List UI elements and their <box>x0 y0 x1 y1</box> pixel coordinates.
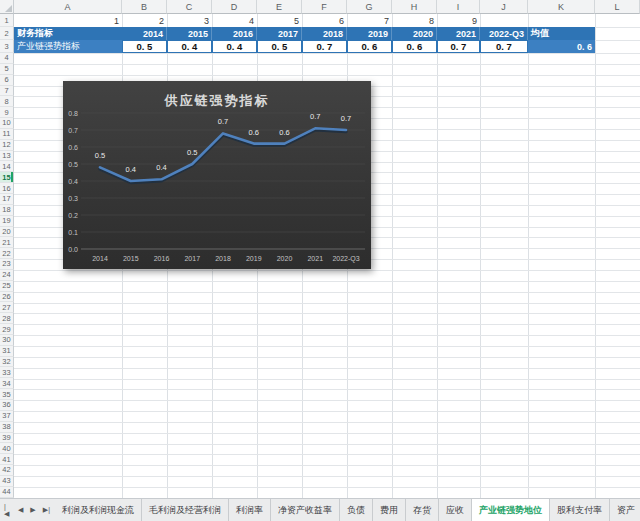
next-sheet-icon[interactable]: ▶ <box>30 506 35 514</box>
row-header-23[interactable]: 23 <box>0 259 14 270</box>
cell-H1[interactable]: 8 <box>392 14 437 27</box>
sheet-tab-4[interactable]: 净资产收益率 <box>271 499 340 521</box>
row-header-41[interactable]: 41 <box>0 454 14 465</box>
column-header-I[interactable]: I <box>437 0 480 14</box>
last-sheet-icon[interactable]: ▶| <box>43 506 50 514</box>
cell-G3[interactable]: 0. 6 <box>347 40 392 53</box>
column-header-L[interactable]: L <box>595 0 640 14</box>
row-header-3[interactable]: 3 <box>0 40 14 53</box>
column-header-B[interactable]: B <box>122 0 167 14</box>
cell-D3[interactable]: 0. 4 <box>212 40 257 53</box>
cell-H2[interactable]: 2020 <box>392 27 437 40</box>
row-header-42[interactable]: 42 <box>0 465 14 476</box>
sheet-tab-10[interactable]: 股利支付率 <box>550 499 610 521</box>
cell-E1[interactable]: 5 <box>257 14 302 27</box>
sheet-tab-7[interactable]: 存货 <box>406 499 439 521</box>
row-header-10[interactable]: 10 <box>0 118 14 129</box>
sheet-tab-11[interactable]: 资产 <box>610 499 640 521</box>
cell-A2[interactable]: 财务指标 <box>14 27 122 40</box>
column-header-D[interactable]: D <box>212 0 257 14</box>
cell-J3[interactable]: 0. 7 <box>480 40 528 53</box>
sheet-tab-2[interactable]: 毛利润及经营利润 <box>142 499 229 521</box>
row-header-5[interactable]: 5 <box>0 64 14 75</box>
cell-F2[interactable]: 2018 <box>302 27 347 40</box>
row-header-18[interactable]: 18 <box>0 205 14 216</box>
row-header-13[interactable]: 13 <box>0 151 14 162</box>
row-header-15[interactable]: 15 <box>0 172 14 183</box>
sheet-tab-8[interactable]: 应收 <box>439 499 472 521</box>
row-header-28[interactable]: 28 <box>0 313 14 324</box>
row-header-14[interactable]: 14 <box>0 161 14 172</box>
first-sheet-icon[interactable]: |◀ <box>4 503 11 518</box>
row-header-25[interactable]: 25 <box>0 281 14 292</box>
select-all-corner[interactable] <box>0 0 14 14</box>
cell-C3[interactable]: 0. 4 <box>167 40 212 53</box>
column-header-E[interactable]: E <box>257 0 302 14</box>
cell-A3[interactable]: 产业链强势指标 <box>14 40 122 53</box>
sheet-tab-3[interactable]: 利润率 <box>229 499 271 521</box>
column-header-C[interactable]: C <box>167 0 212 14</box>
cell-G1[interactable]: 7 <box>347 14 392 27</box>
row-header-20[interactable]: 20 <box>0 227 14 238</box>
cell-B3[interactable]: 0. 5 <box>122 40 167 53</box>
sheet-tab-6[interactable]: 费用 <box>373 499 406 521</box>
row-header-9[interactable]: 9 <box>0 107 14 118</box>
cell-C2[interactable]: 2015 <box>167 27 212 40</box>
row-header-37[interactable]: 37 <box>0 411 14 422</box>
column-header-A[interactable]: A <box>14 0 122 14</box>
cell-E2[interactable]: 2017 <box>257 27 302 40</box>
row-header-36[interactable]: 36 <box>0 400 14 411</box>
column-header-H[interactable]: H <box>392 0 437 14</box>
row-header-26[interactable]: 26 <box>0 292 14 303</box>
cell-C1[interactable]: 3 <box>167 14 212 27</box>
row-header-43[interactable]: 43 <box>0 476 14 487</box>
row-header-29[interactable]: 29 <box>0 324 14 335</box>
row-header-16[interactable]: 16 <box>0 183 14 194</box>
column-header-J[interactable]: J <box>480 0 528 14</box>
cell-J2[interactable]: 2022-Q3 <box>480 27 528 40</box>
row-header-1[interactable]: 1 <box>0 14 14 27</box>
row-header-12[interactable]: 12 <box>0 140 14 151</box>
cell-I1[interactable]: 9 <box>437 14 480 27</box>
column-header-G[interactable]: G <box>347 0 392 14</box>
row-header-2[interactable]: 2 <box>0 27 14 40</box>
cell-B1[interactable]: 2 <box>122 14 167 27</box>
row-header-39[interactable]: 39 <box>0 433 14 444</box>
row-header-38[interactable]: 38 <box>0 422 14 433</box>
row-header-7[interactable]: 7 <box>0 86 14 97</box>
cell-B2[interactable]: 2014 <box>122 27 167 40</box>
row-header-8[interactable]: 8 <box>0 96 14 107</box>
row-header-35[interactable]: 35 <box>0 389 14 400</box>
row-header-32[interactable]: 32 <box>0 357 14 368</box>
cell-K3[interactable]: 0. 6 <box>528 40 595 53</box>
cell-G2[interactable]: 2019 <box>347 27 392 40</box>
cell-D2[interactable]: 2016 <box>212 27 257 40</box>
row-header-44[interactable]: 44 <box>0 487 14 498</box>
row-header-21[interactable]: 21 <box>0 237 14 248</box>
embedded-chart[interactable]: 0.00.10.20.30.40.50.60.70.82014201520162… <box>63 81 371 269</box>
cell-A1[interactable]: 1 <box>14 14 122 27</box>
row-header-24[interactable]: 24 <box>0 270 14 281</box>
cell-I2[interactable]: 2021 <box>437 27 480 40</box>
row-header-4[interactable]: 4 <box>0 53 14 64</box>
row-header-30[interactable]: 30 <box>0 335 14 346</box>
sheet-tab-1[interactable]: 利润及利润现金流 <box>55 499 142 521</box>
cell-H3[interactable]: 0. 6 <box>392 40 437 53</box>
cell-D1[interactable]: 4 <box>212 14 257 27</box>
sheet-tab-9[interactable]: 产业链强势地位 <box>472 499 550 521</box>
row-header-34[interactable]: 34 <box>0 378 14 389</box>
cell-I3[interactable]: 0. 7 <box>437 40 480 53</box>
row-header-19[interactable]: 19 <box>0 216 14 227</box>
column-header-K[interactable]: K <box>528 0 595 14</box>
sheet-tab-5[interactable]: 负债 <box>340 499 373 521</box>
row-header-6[interactable]: 6 <box>0 75 14 86</box>
cell-K2[interactable]: 均值 <box>528 27 595 40</box>
row-header-17[interactable]: 17 <box>0 194 14 205</box>
row-header-11[interactable]: 11 <box>0 129 14 140</box>
row-header-33[interactable]: 33 <box>0 367 14 378</box>
cell-F1[interactable]: 6 <box>302 14 347 27</box>
cell-F3[interactable]: 0. 7 <box>302 40 347 53</box>
row-header-27[interactable]: 27 <box>0 302 14 313</box>
prev-sheet-icon[interactable]: ◀ <box>18 506 23 514</box>
row-header-31[interactable]: 31 <box>0 346 14 357</box>
